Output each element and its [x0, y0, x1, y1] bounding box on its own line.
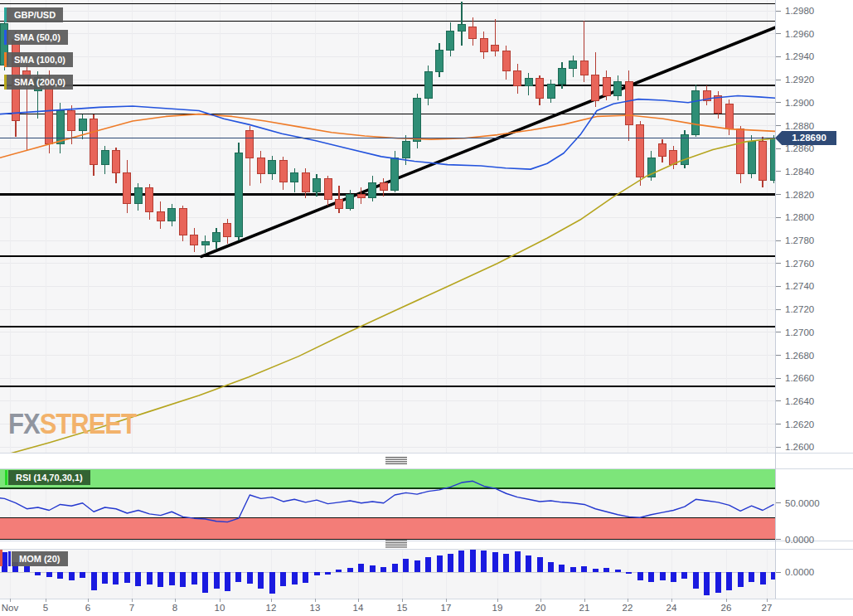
mom-bar [481, 551, 487, 572]
mom-bar [124, 572, 130, 583]
candle[interactable] [447, 32, 454, 50]
sma100-label[interactable]: SMA (100,0) [7, 52, 73, 67]
candle[interactable] [580, 61, 588, 75]
candle[interactable] [480, 38, 487, 52]
candle[interactable] [179, 208, 187, 235]
candle[interactable] [347, 195, 354, 209]
candle[interactable] [90, 119, 98, 164]
candle[interactable] [492, 46, 499, 51]
candle[interactable] [424, 71, 432, 98]
x-axis-label: 27 [762, 603, 773, 613]
candle[interactable] [458, 25, 465, 32]
candle[interactable] [469, 27, 477, 38]
candle[interactable] [56, 110, 64, 143]
sma200-label[interactable]: SMA (200,0) [7, 75, 73, 90]
mom-bar [437, 555, 443, 572]
mom-bar [637, 572, 643, 580]
current-price-badge: 1.28690 [775, 131, 836, 145]
mom-bar [191, 572, 197, 584]
candle[interactable] [514, 70, 521, 85]
candle[interactable] [168, 208, 176, 221]
candle[interactable] [134, 187, 142, 203]
panel-resize-grip[interactable] [385, 457, 407, 464]
mom-bar [225, 572, 230, 591]
candle[interactable] [324, 178, 332, 199]
x-axis-label: 5 [43, 603, 48, 613]
x-axis-label: 19 [492, 603, 503, 613]
candle[interactable] [213, 232, 221, 241]
candle[interactable] [770, 138, 778, 181]
candle[interactable] [269, 160, 276, 174]
mom-bar [603, 568, 609, 572]
mom-bar [46, 572, 52, 577]
symbol-label[interactable]: GBP/USD [7, 7, 63, 22]
x-axis-label: 21 [579, 603, 590, 613]
candle[interactable] [335, 199, 342, 208]
candle[interactable] [224, 223, 231, 237]
rsi-label[interactable]: RSI (14,70,30,1) [8, 470, 90, 485]
candle[interactable] [592, 75, 599, 100]
candle[interactable] [737, 129, 744, 174]
candle[interactable] [257, 158, 264, 173]
candle[interactable] [414, 98, 421, 142]
mom-bar [615, 570, 621, 572]
candle[interactable] [391, 158, 399, 190]
mom-bar [325, 572, 331, 575]
candle[interactable] [146, 187, 153, 211]
mom-bar [492, 552, 498, 572]
mom-bar [771, 572, 777, 580]
candle[interactable] [603, 77, 610, 95]
candle[interactable] [235, 153, 242, 237]
price-chart-canvas[interactable]: 1.29801.29601.29401.29201.29001.28801.28… [0, 0, 853, 616]
price-axis-label: 1.2740 [785, 281, 814, 291]
mom-label[interactable]: MOM (20) [12, 551, 68, 566]
sma50-label[interactable]: SMA (50,0) [7, 30, 68, 45]
mom-edge-bar [0, 550, 2, 566]
candle[interactable] [659, 144, 666, 157]
candle[interactable] [759, 142, 767, 181]
candle[interactable] [357, 195, 365, 198]
candle[interactable] [380, 183, 387, 190]
candle[interactable] [279, 160, 287, 182]
candle[interactable] [68, 110, 75, 130]
candle[interactable] [536, 79, 544, 99]
candle[interactable] [725, 104, 733, 129]
candle[interactable] [291, 172, 298, 182]
candle[interactable] [558, 68, 565, 84]
candle[interactable] [157, 211, 164, 221]
candle[interactable] [402, 142, 410, 158]
candle[interactable] [191, 235, 198, 245]
mom-axis-label: 0.0000 [785, 567, 814, 577]
candle[interactable] [79, 119, 86, 130]
price-axis-label: 1.2980 [785, 6, 814, 16]
mom-bar [24, 566, 30, 572]
mom-bar [169, 572, 175, 585]
candle[interactable] [201, 241, 209, 245]
candle[interactable] [302, 172, 309, 192]
candle[interactable] [313, 178, 321, 192]
candle[interactable] [547, 85, 555, 99]
mom-bar [537, 557, 543, 572]
candle[interactable] [637, 124, 644, 177]
mom-bar [69, 572, 75, 580]
candle[interactable] [525, 79, 532, 85]
mom-bar [392, 564, 398, 572]
candle[interactable] [112, 151, 119, 172]
candle[interactable] [101, 151, 109, 165]
candle[interactable] [692, 91, 700, 135]
x-axis-label: Nov [2, 603, 19, 613]
candle[interactable] [748, 142, 755, 174]
candle[interactable] [246, 130, 254, 158]
mom-bar [91, 572, 97, 590]
mom-bar [370, 565, 376, 572]
panel-resize-grip[interactable] [385, 541, 407, 548]
candle[interactable] [569, 61, 577, 68]
candle[interactable] [614, 82, 622, 96]
candle[interactable] [436, 50, 443, 71]
candle[interactable] [625, 82, 632, 124]
candle[interactable] [502, 51, 510, 70]
chart-window: 1.29801.29601.29401.29201.29001.28801.28… [0, 0, 853, 616]
candle[interactable] [369, 183, 376, 198]
price-axis-label: 1.2960 [785, 29, 814, 39]
candle[interactable] [124, 172, 131, 203]
